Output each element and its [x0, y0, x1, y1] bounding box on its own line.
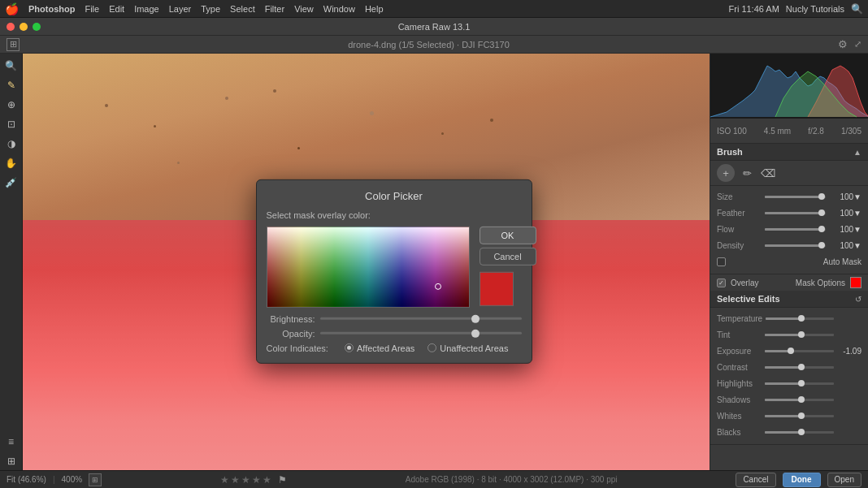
temperature-slider[interactable]: [766, 317, 834, 320]
star-2[interactable]: ★: [231, 474, 240, 486]
tool-hand[interactable]: ✋: [2, 154, 20, 172]
radio-affected[interactable]: Affected Areas: [345, 343, 414, 352]
settings-icon[interactable]: ⚙: [838, 38, 848, 50]
menu-filter[interactable]: Filter: [265, 4, 284, 14]
density-thumb[interactable]: [818, 242, 825, 248]
brightness-label: Brightness:: [267, 313, 315, 323]
tint-slider[interactable]: [765, 334, 834, 336]
right-panel: ISO 100 4.5 mm f/2.8 1/305 Brush ▲ + ✏ ⌫…: [710, 54, 868, 470]
menu-select[interactable]: Select: [230, 4, 255, 14]
density-arrow[interactable]: ▼: [853, 241, 861, 250]
tool-brush[interactable]: ✎: [2, 76, 20, 94]
star-5[interactable]: ★: [263, 474, 271, 486]
contrast-thumb[interactable]: [798, 364, 805, 370]
brightness-slider[interactable]: [320, 317, 522, 320]
left-toolbar: 🔍 ✎ ⊕ ⊡ ◑ ✋ 💉 ≡ ⊞: [0, 54, 23, 470]
brush-paint-btn[interactable]: ✏: [738, 164, 756, 182]
selective-edits-expand-icon[interactable]: ↺: [855, 295, 861, 304]
flag-icon[interactable]: ⚑: [278, 474, 287, 486]
density-slider[interactable]: [765, 244, 826, 247]
brush-erase-btn[interactable]: ⌫: [759, 164, 777, 182]
contrast-slider[interactable]: [765, 366, 834, 369]
ok-button[interactable]: OK: [480, 226, 536, 244]
star-4[interactable]: ★: [252, 474, 261, 486]
brush-expand-icon[interactable]: ▲: [853, 148, 861, 157]
size-arrow[interactable]: ▼: [853, 192, 861, 201]
menu-edit[interactable]: Edit: [109, 4, 124, 14]
maximize-btn[interactable]: [33, 23, 41, 31]
tool-bottom1[interactable]: ≡: [2, 433, 20, 451]
highlights-slider[interactable]: [765, 382, 834, 385]
tool-crop[interactable]: ⊡: [2, 115, 20, 133]
open-btn[interactable]: Open: [827, 473, 861, 487]
overlay-color-swatch[interactable]: [850, 277, 861, 288]
brush-section-header[interactable]: Brush ▲: [710, 144, 868, 161]
apple-icon[interactable]: 🍎: [5, 2, 19, 15]
blacks-thumb[interactable]: [798, 429, 805, 435]
brush-add-btn[interactable]: +: [717, 164, 735, 182]
menu-image[interactable]: Image: [134, 4, 159, 14]
radio-affected-circle[interactable]: [345, 343, 354, 352]
whites-slider[interactable]: [765, 415, 834, 417]
density-value: 100: [829, 241, 853, 250]
whites-thumb[interactable]: [798, 412, 805, 419]
app-name: Photoshop: [28, 4, 75, 14]
tint-thumb[interactable]: [798, 331, 805, 338]
feather-slider[interactable]: [765, 212, 826, 214]
menu-type[interactable]: Type: [201, 4, 220, 14]
auto-mask-checkbox[interactable]: [717, 257, 726, 266]
menu-layer[interactable]: Layer: [169, 4, 192, 14]
shutter-label: 1/305: [841, 127, 861, 136]
overlay-checkbox[interactable]: ✓: [717, 279, 726, 287]
menu-file[interactable]: File: [85, 4, 99, 14]
blacks-label: Blacks: [717, 428, 762, 437]
color-preview-swatch[interactable]: [480, 271, 514, 305]
fit-btn[interactable]: ⊞: [89, 473, 102, 486]
star-rating[interactable]: ★ ★ ★ ★ ★: [220, 474, 271, 486]
menu-search-icon[interactable]: 🔍: [851, 3, 863, 15]
cancel-bottom-btn[interactable]: Cancel: [736, 473, 775, 487]
brightness-thumb[interactable]: [471, 314, 480, 322]
shadows-thumb[interactable]: [798, 396, 805, 403]
cancel-button[interactable]: Cancel: [480, 247, 536, 265]
shadows-slider[interactable]: [765, 399, 834, 401]
flow-slider[interactable]: [765, 228, 826, 231]
zoom-value: 400%: [62, 475, 83, 484]
size-slider[interactable]: [765, 196, 826, 198]
star-3[interactable]: ★: [241, 474, 250, 486]
feather-thumb[interactable]: [818, 209, 825, 216]
flow-arrow[interactable]: ▼: [853, 225, 861, 234]
close-btn[interactable]: [7, 23, 15, 31]
radio-unaffected[interactable]: Unaffected Areas: [427, 343, 508, 352]
tool-eyedropper[interactable]: 💉: [2, 174, 20, 192]
exposure-thumb[interactable]: [788, 348, 794, 354]
color-gradient-picker[interactable]: [267, 226, 470, 307]
star-1[interactable]: ★: [220, 474, 229, 486]
opacity-slider[interactable]: [320, 332, 522, 335]
feather-arrow[interactable]: ▼: [853, 209, 861, 218]
tool-bottom2[interactable]: ⊞: [2, 452, 20, 470]
tool-heal[interactable]: ⊕: [2, 96, 20, 114]
minimize-btn[interactable]: [20, 23, 28, 31]
mask-options-btn[interactable]: Mask Options: [796, 279, 845, 287]
temperature-thumb[interactable]: [798, 315, 805, 322]
flow-thumb[interactable]: [818, 226, 825, 232]
opacity-thumb[interactable]: [471, 329, 480, 337]
highlights-thumb[interactable]: [798, 380, 805, 387]
expand-icon[interactable]: ⤢: [854, 39, 861, 50]
tint-label: Tint: [717, 330, 762, 339]
menu-bar: 🍎 Photoshop File Edit Image Layer Type S…: [0, 0, 868, 18]
done-btn[interactable]: Done: [783, 473, 821, 487]
menu-window[interactable]: Window: [323, 4, 355, 14]
filmstrip-btn[interactable]: ⊞: [7, 38, 20, 51]
exposure-slider[interactable]: [765, 350, 834, 352]
picker-row: OK Cancel: [267, 226, 522, 307]
size-thumb[interactable]: [818, 193, 825, 200]
menu-view[interactable]: View: [294, 4, 314, 14]
tool-zoom[interactable]: 🔍: [2, 57, 20, 75]
tool-adjustment[interactable]: ◑: [2, 135, 20, 153]
selective-edits-header[interactable]: Selective Edits ↺: [710, 291, 868, 308]
blacks-slider[interactable]: [765, 431, 834, 434]
menu-help[interactable]: Help: [365, 4, 384, 14]
radio-unaffected-circle[interactable]: [427, 343, 436, 352]
